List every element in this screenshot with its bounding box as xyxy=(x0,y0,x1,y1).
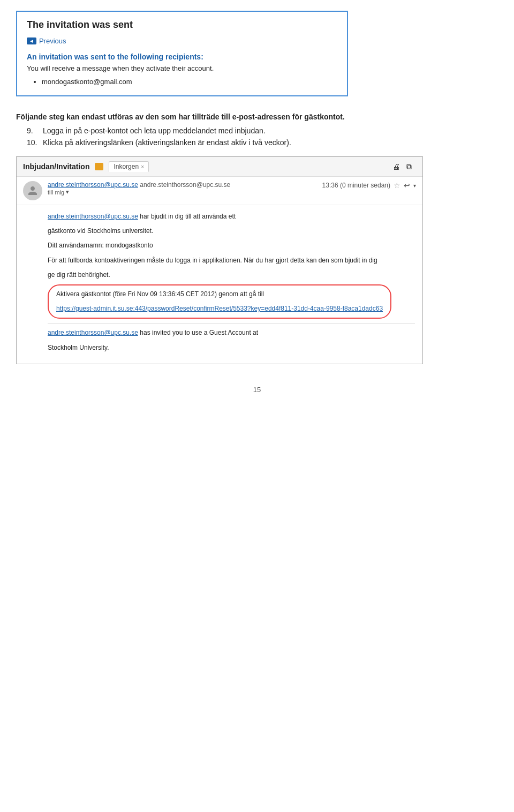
print-icon[interactable] xyxy=(392,162,402,171)
email-body-line4: Ditt användarnamn: mondogastkonto xyxy=(48,240,415,251)
email-body-line2: gästkonto vid Stockholms universitet. xyxy=(48,226,415,236)
intro-text: Följande steg kan endast utföras av den … xyxy=(16,112,444,121)
till-mig-row: till mig ▾ xyxy=(48,189,317,196)
english-line2: Stockholm University. xyxy=(48,343,415,353)
tab-label: Inkorgen xyxy=(114,163,139,170)
step-10-text: Klicka på aktiveringslänken (aktiverings… xyxy=(43,138,291,147)
previous-link[interactable]: ◄ Previous xyxy=(27,37,66,45)
recipient-list: mondogastkonto@gmail.com xyxy=(27,78,337,86)
star-icon[interactable]: ☆ xyxy=(394,181,400,190)
english-line1: andre.steinthorsson@upc.su.se has invite… xyxy=(48,328,415,338)
email-body: andre.steinthorsson@upc.su.se har bjudit… xyxy=(17,205,422,364)
activation-link[interactable]: https://guest-admin.it.su.se:443/passwor… xyxy=(56,305,383,312)
email-body-line6: För att fullborda kontoaktiveringen måst… xyxy=(48,255,415,266)
step-9: 9. Logga in på e-post-kontot och leta up… xyxy=(27,126,444,135)
activation-note: You will receive a message when they act… xyxy=(27,64,337,72)
activation-highlight-wrapper: Aktivera gästkontot (före Fri Nov 09 13:… xyxy=(48,284,415,319)
step-10: 10. Klicka på aktiveringslänken (aktiver… xyxy=(27,138,444,147)
previous-label: Previous xyxy=(39,37,66,45)
recipients-heading: An invitation was sent to the following … xyxy=(27,52,337,61)
email-preview-box: Inbjudan/Invitation Inkorgen × andre.ste… xyxy=(16,156,423,364)
avatar xyxy=(23,181,42,200)
folder-icon xyxy=(95,163,103,170)
sender-info: andre.steinthorsson@upc.su.se andre.stei… xyxy=(48,181,317,196)
recipient-item: mondogastkonto@gmail.com xyxy=(42,78,337,86)
sender-email-row: andre.steinthorsson@upc.su.se andre.stei… xyxy=(48,181,317,189)
reply-icon[interactable]: ↩ xyxy=(404,181,410,190)
email-subject: Inbjudan/Invitation xyxy=(23,162,89,171)
sender-email-display: andre.steinthorsson@upc.su.se xyxy=(140,181,230,189)
english-line1-text: has invited you to use a Guest Account a… xyxy=(140,329,258,336)
step-10-num: 10. xyxy=(27,138,39,147)
email-timestamp: 13:36 (0 minuter sedan) xyxy=(322,182,390,189)
email-header-bar: Inbjudan/Invitation Inkorgen × xyxy=(17,157,422,177)
activation-text1: Aktivera gästkontot (före Fri Nov 09 13:… xyxy=(56,289,383,299)
email-sender-row: andre.steinthorsson@upc.su.se andre.stei… xyxy=(17,177,422,205)
inkorgen-tab[interactable]: Inkorgen × xyxy=(109,161,149,172)
step-9-text: Logga in på e-post-kontot och leta upp m… xyxy=(43,126,266,135)
previous-icon: ◄ xyxy=(27,37,36,44)
email-divider xyxy=(48,323,415,324)
till-mig-dropdown[interactable]: ▾ xyxy=(66,189,69,196)
email-body-line7: ge dig rätt behörighet. xyxy=(48,270,415,280)
steps-list: 9. Logga in på e-post-kontot och leta up… xyxy=(27,126,444,147)
english-section: andre.steinthorsson@upc.su.se has invite… xyxy=(48,328,415,352)
popup-icon[interactable] xyxy=(406,162,416,171)
email-body-line1: andre.steinthorsson@upc.su.se har bjudit… xyxy=(48,212,415,222)
more-actions-icon[interactable]: ▾ xyxy=(413,183,416,189)
step-9-num: 9. xyxy=(27,126,39,135)
tab-close-icon[interactable]: × xyxy=(141,164,144,170)
invitation-box: The invitation was sent ◄ Previous An in… xyxy=(16,11,348,96)
english-sender-link[interactable]: andre.steinthorsson@upc.su.se xyxy=(48,329,138,336)
body-text-1: har bjudit in dig till att använda ett xyxy=(140,213,236,220)
timestamp-area: 13:36 (0 minuter sedan) ☆ ↩ ▾ xyxy=(322,181,416,190)
body-sender-link[interactable]: andre.steinthorsson@upc.su.se xyxy=(48,213,138,220)
invitation-title: The invitation was sent xyxy=(27,19,337,31)
sender-email-link[interactable]: andre.steinthorsson@upc.su.se xyxy=(48,181,138,189)
till-mig-text: till mig xyxy=(48,189,64,196)
page-number: 15 xyxy=(16,386,498,394)
email-header-left: Inbjudan/Invitation Inkorgen × xyxy=(23,161,149,172)
body-section: Följande steg kan endast utföras av den … xyxy=(16,112,444,147)
avatar-icon xyxy=(27,185,38,196)
email-actions xyxy=(392,162,416,171)
activation-highlight: Aktivera gästkontot (före Fri Nov 09 13:… xyxy=(48,284,391,319)
